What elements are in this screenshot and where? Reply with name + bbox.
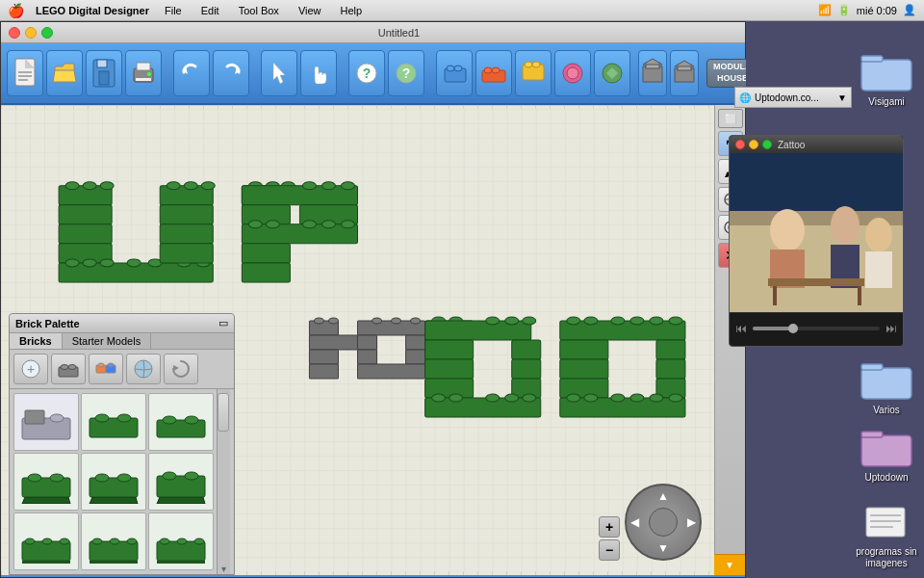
zattoo-close[interactable] [735,140,745,149]
build-mode-1[interactable] [638,50,667,96]
svg-point-97 [486,317,500,325]
brick-item-9[interactable] [148,512,214,570]
sidebar-item-programas[interactable]: programas sin imagenes [853,498,920,569]
apple-logo-icon[interactable]: 🍎 [8,3,24,18]
svg-point-72 [266,221,279,228]
menu-toolbox[interactable]: Tool Box [235,3,283,18]
brick-item-5[interactable] [81,453,146,511]
sidebar-item-uptodown[interactable]: Uptodown [853,424,920,483]
help2-button[interactable]: ? [388,50,424,96]
menu-view[interactable]: View [295,3,325,18]
nav-right-arrow[interactable]: ▶ [687,515,696,529]
palette-scrollbar[interactable]: ▾ [217,389,230,574]
palette-icon-bar: + [10,350,234,389]
nav-down-arrow[interactable]: ▼ [657,541,669,555]
brick-tool-4[interactable] [554,50,591,96]
brick-tool-1[interactable] [436,50,473,96]
minimize-button[interactable] [25,27,37,39]
zattoo-next-button[interactable]: ⏭ [886,322,897,335]
svg-point-10 [147,72,151,76]
brick-item-1[interactable] [13,393,79,451]
palette-close-button[interactable]: ▭ [218,317,228,329]
svg-point-109 [486,394,500,402]
svg-point-79 [314,318,323,324]
zoom-in-button[interactable]: + [599,516,620,538]
brick-item-6[interactable] [148,453,214,511]
svg-rect-82 [309,350,338,364]
scrollbar-thumb[interactable] [218,393,229,432]
zattoo-maximize[interactable] [762,140,772,149]
starter-models-tab[interactable]: Starter Models [63,333,152,349]
scroll-down-arrow[interactable]: ▾ [218,564,230,574]
zattoo-progress-fill [753,327,791,330]
zattoo-progress-bar[interactable] [753,327,880,330]
svg-point-66 [321,182,335,190]
svg-rect-83 [309,364,338,379]
help1-button[interactable]: ? [348,50,385,96]
brick-item-4[interactable] [13,453,79,511]
uptodown-arrow[interactable]: ▼ [837,92,847,103]
close-button[interactable] [9,27,20,39]
svg-point-202 [865,218,892,252]
palette-color-icon[interactable] [89,354,123,384]
svg-point-75 [341,221,354,228]
svg-marker-35 [675,61,694,66]
sidebar-item-varios[interactable]: Varios [853,356,920,415]
nav-up-arrow[interactable]: ▲ [657,489,669,503]
menu-help[interactable]: Help [337,3,367,18]
nav-circle[interactable]: ▲ ▼ ◀ ▶ [625,484,702,561]
nav-inner [649,508,678,537]
svg-point-113 [567,317,580,325]
hand-tool[interactable] [300,50,337,96]
zattoo-progress-thumb[interactable] [788,324,798,333]
zoom-out-button[interactable]: − [599,539,620,561]
brick-tool-3[interactable] [515,50,552,96]
palette-add-icon[interactable]: + [13,354,48,384]
palette-theme-icon[interactable] [126,354,161,384]
svg-point-144 [98,363,104,367]
svg-point-157 [185,416,198,424]
menu-edit[interactable]: Edit [197,3,223,18]
bottom-indicator: ▼ [714,554,745,575]
zattoo-minimize[interactable] [749,140,758,149]
maximize-icon[interactable]: ⬜ [718,109,743,128]
brick-tool-2[interactable] [475,50,512,96]
svg-point-40 [83,182,96,190]
maximize-button[interactable] [41,27,53,39]
palette-title-bar: Brick Palette ▭ [10,314,234,333]
svg-point-55 [184,182,197,190]
new-button[interactable] [7,50,43,96]
svg-point-54 [167,182,180,190]
svg-marker-147 [173,365,179,371]
svg-point-179 [127,539,137,544]
svg-rect-120 [656,340,685,359]
file-tools [7,50,162,96]
print-button[interactable] [125,50,162,96]
svg-point-67 [341,182,354,190]
brick-item-8[interactable] [81,512,146,570]
brick-tool-5[interactable] [594,50,630,96]
bricks-tab[interactable]: Bricks [10,333,63,349]
brick-item-2[interactable] [81,393,146,451]
undo-button[interactable] [173,50,210,96]
brick-item-3[interactable] [148,393,214,451]
palette-refresh-icon[interactable] [164,354,198,384]
zattoo-prev-button[interactable]: ⏮ [735,322,747,335]
select-tool[interactable] [261,50,297,96]
palette-bricks-icon[interactable] [51,354,86,384]
svg-point-87 [411,318,421,324]
menu-file[interactable]: File [161,3,186,18]
save-button[interactable] [86,50,122,96]
svg-marker-32 [643,59,662,65]
wifi-icon: 📶 [818,4,832,16]
build-mode-2[interactable] [670,50,699,96]
svg-text:?: ? [363,66,372,81]
uptodown-panel[interactable]: 🌐 Uptodown.co... ▼ [734,87,852,108]
brick-item-7[interactable] [13,512,79,570]
svg-point-98 [505,317,519,325]
sidebar-item-visigami[interactable]: Visigami [853,48,920,107]
svg-rect-205 [773,286,777,305]
open-button[interactable] [46,50,83,96]
redo-button[interactable] [213,50,249,96]
nav-left-arrow[interactable]: ◀ [630,515,639,529]
